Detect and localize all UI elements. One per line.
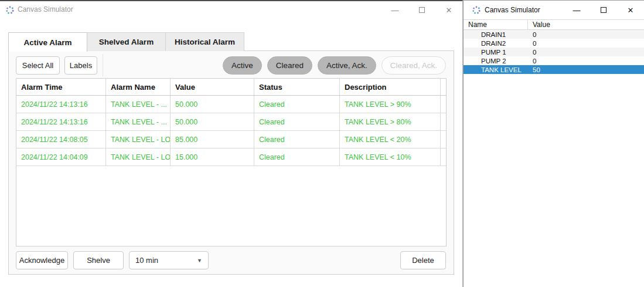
tag-table-body: DRAIN10DRAIN20PUMP 10PUMP 20TANK LEVEL50 <box>464 30 644 74</box>
maximize-glyph <box>419 7 425 13</box>
alarm-cell: 85.000 <box>171 131 254 148</box>
select-all-button[interactable]: Select All <box>16 56 60 75</box>
alarm-table-row[interactable]: 2024/11/22 14:13:16TANK LEVEL - ...50.00… <box>16 113 446 131</box>
filter-pills: ActiveClearedActive, Ack.Cleared, Ack. <box>223 56 446 75</box>
tag-value: 0 <box>528 48 644 56</box>
tag-row-tank-level[interactable]: TANK LEVEL50 <box>464 65 644 74</box>
alarm-cell: TANK LEVEL > 90% <box>340 96 441 113</box>
tag-name: TANK LEVEL <box>464 65 528 74</box>
alarm-cell: 15.000 <box>171 148 254 166</box>
alarm-cell: Cleared <box>254 96 340 113</box>
app-icon <box>472 5 481 15</box>
tag-value: 0 <box>528 56 644 65</box>
alarm-table-row[interactable]: 2024/11/22 14:08:05TANK LEVEL - LOW85.00… <box>16 131 446 148</box>
tag-value: 0 <box>528 39 644 48</box>
window-title: Canvas Simulator <box>485 6 540 14</box>
alarm-cell: TANK LEVEL > 80% <box>340 113 441 130</box>
alarm-cell: 50.000 <box>171 113 254 130</box>
tab-bar: Active Alarm Shelved Alarm Historical Al… <box>8 32 244 51</box>
alarm-cell: 50.000 <box>171 96 254 113</box>
active-alarm-pane: Select All Labels ActiveClearedActive, A… <box>8 50 454 275</box>
toolbar-separator <box>103 54 103 76</box>
tag-name: DRAIN2 <box>464 39 528 48</box>
close-icon[interactable]: ✕ <box>617 1 644 19</box>
tag-row-drain1[interactable]: DRAIN10 <box>464 30 644 39</box>
column-header-value[interactable]: Value <box>528 20 644 29</box>
alarm-cell: TANK LEVEL - ... <box>106 113 171 130</box>
chevron-down-icon: ▼ <box>197 258 202 264</box>
delete-button[interactable]: Delete <box>400 251 446 269</box>
alarm-cell: TANK LEVEL < 20% <box>340 131 441 148</box>
alarm-cell-filler <box>441 96 446 113</box>
column-header-name[interactable]: Name <box>464 20 528 29</box>
tag-value: 50 <box>528 65 644 74</box>
window-title: Canvas Simulator <box>18 5 73 13</box>
column-header-filler <box>441 79 446 95</box>
tag-name: PUMP 2 <box>464 56 528 65</box>
maximize-glyph <box>601 7 606 13</box>
alarm-table-body: 2024/11/22 14:13:16TANK LEVEL - ...50.00… <box>16 96 446 166</box>
maximize-icon[interactable] <box>590 1 617 19</box>
alarm-window-titlebar[interactable]: Canvas Simulator — ✕ <box>0 1 462 19</box>
alarm-cell: 2024/11/22 14:13:16 <box>16 96 106 113</box>
alarm-cell-filler <box>441 148 446 166</box>
alarm-cell: TANK LEVEL - LO... <box>106 148 171 166</box>
tag-value: 0 <box>528 30 644 39</box>
column-header-alarm-name[interactable]: Alarm Name <box>106 79 171 95</box>
alarm-cell: 2024/11/22 14:08:05 <box>16 131 106 148</box>
window-controls: — ✕ <box>563 1 644 18</box>
tag-row-pump-1[interactable]: PUMP 10 <box>464 48 644 56</box>
tab-shelved-alarm[interactable]: Shelved Alarm <box>87 32 166 51</box>
shelve-button[interactable]: Shelve <box>73 251 124 269</box>
alarm-cell: TANK LEVEL - LOW <box>106 131 171 148</box>
acknowledge-button[interactable]: Acknowledge <box>16 251 68 269</box>
tag-name: PUMP 1 <box>464 48 528 56</box>
close-icon[interactable]: ✕ <box>435 1 462 19</box>
column-header-description[interactable]: Description <box>340 79 441 95</box>
tab-historical-alarm[interactable]: Historical Alarm <box>166 32 244 51</box>
labels-button[interactable]: Labels <box>64 56 97 75</box>
filter-pill-cleared[interactable]: Cleared <box>267 56 312 75</box>
alarm-table-row[interactable]: 2024/11/22 14:13:16TANK LEVEL - ...50.00… <box>16 96 446 113</box>
shelve-duration-select[interactable]: 10 min ▼ <box>129 251 209 269</box>
tag-row-drain2[interactable]: DRAIN20 <box>464 39 644 48</box>
simulator-window: Canvas Simulator — ✕ Name Value DRAIN10D… <box>463 0 644 287</box>
alarm-table-header: Alarm Time Alarm Name Value Status Descr… <box>16 79 446 96</box>
alarm-table: Alarm Time Alarm Name Value Status Descr… <box>16 78 447 247</box>
alarm-window: Canvas Simulator — ✕ Active Alarm Shelve… <box>0 0 463 287</box>
alarm-cell-filler <box>441 113 446 130</box>
simulator-window-titlebar[interactable]: Canvas Simulator — ✕ <box>464 1 644 19</box>
alarm-cell: TANK LEVEL < 10% <box>340 148 441 166</box>
filter-pill-active[interactable]: Active <box>223 56 262 75</box>
maximize-icon[interactable] <box>408 1 435 19</box>
desktop: Canvas Simulator — ✕ Active Alarm Shelve… <box>0 0 644 287</box>
alarm-cell: 2024/11/22 14:13:16 <box>16 113 106 130</box>
alarm-cell: TANK LEVEL - ... <box>106 96 171 113</box>
filter-pill-cleared-ack[interactable]: Cleared, Ack. <box>381 56 446 75</box>
alarm-cell: 2024/11/22 14:04:09 <box>16 148 106 166</box>
minimize-icon[interactable]: — <box>563 1 590 19</box>
alarm-cell: Cleared <box>254 148 340 166</box>
column-header-status[interactable]: Status <box>254 79 340 95</box>
tag-name: DRAIN1 <box>464 30 528 39</box>
alarm-cell: Cleared <box>254 113 340 130</box>
column-header-alarm-time[interactable]: Alarm Time <box>16 79 106 95</box>
tab-active-alarm[interactable]: Active Alarm <box>8 32 87 52</box>
tag-row-pump-2[interactable]: PUMP 20 <box>464 56 644 65</box>
alarm-table-row[interactable]: 2024/11/22 14:04:09TANK LEVEL - LO...15.… <box>16 148 446 166</box>
shelve-duration-value: 10 min <box>135 256 158 265</box>
alarm-cell: Cleared <box>254 131 340 148</box>
minimize-icon[interactable]: — <box>381 1 408 19</box>
window-controls: — ✕ <box>381 1 462 19</box>
tag-table-header: Name Value <box>464 19 644 30</box>
tag-table: Name Value DRAIN10DRAIN20PUMP 10PUMP 20T… <box>464 19 644 74</box>
filter-pill-active-ack[interactable]: Active, Ack. <box>318 56 376 75</box>
column-header-value[interactable]: Value <box>171 79 254 95</box>
app-icon <box>5 5 15 15</box>
alarm-cell-filler <box>441 131 446 148</box>
